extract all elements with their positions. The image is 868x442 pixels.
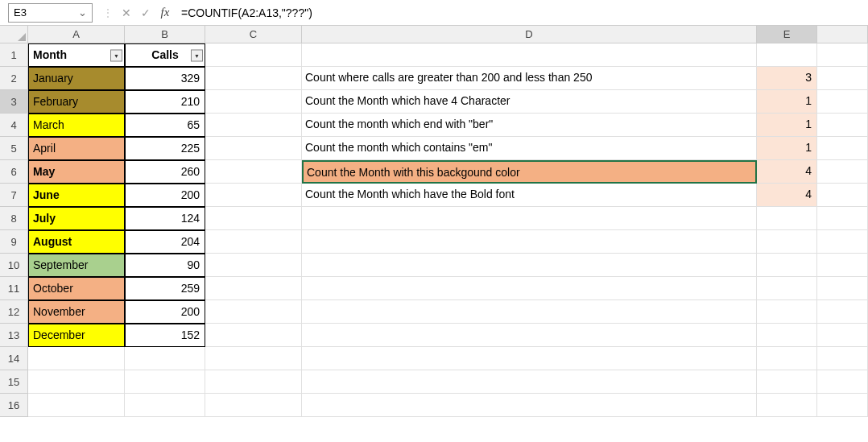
empty-cell[interactable] [817,370,868,394]
empty-cell[interactable] [817,347,868,370]
cancel-formula-button[interactable]: ✕ [117,3,136,23]
empty-cell[interactable] [817,254,868,277]
row-header-5[interactable]: 5 [0,137,28,160]
row-header-11[interactable]: 11 [0,277,28,300]
col-header-A[interactable]: A [28,26,125,43]
empty-cell[interactable] [817,277,868,300]
empty-cell[interactable] [817,300,868,324]
empty-cell[interactable] [302,370,757,394]
empty-cell[interactable] [757,347,817,370]
row-header-15[interactable]: 15 [0,370,28,394]
empty-cell[interactable] [205,347,302,370]
col-header-D[interactable]: D [302,26,757,43]
empty-cell[interactable] [757,300,817,324]
row-header-4[interactable]: 4 [0,114,28,137]
empty-cell[interactable] [817,43,868,67]
empty-cell[interactable] [205,207,302,230]
empty-cell[interactable] [757,207,817,230]
month-cell[interactable]: September [28,254,125,277]
empty-cell[interactable] [205,254,302,277]
empty-cell[interactable] [302,347,757,370]
result-cell[interactable]: 4 [757,160,817,184]
empty-cell[interactable] [757,324,817,347]
calls-cell[interactable]: 260 [125,160,205,184]
empty-cell[interactable] [757,370,817,394]
empty-cell[interactable] [205,114,302,137]
insert-function-button[interactable]: fx [155,3,175,23]
empty-cell[interactable] [817,324,868,347]
calls-cell[interactable]: 200 [125,300,205,324]
chevron-down-icon[interactable]: ⌄ [78,6,87,19]
empty-cell[interactable] [205,370,302,394]
empty-cell[interactable] [757,254,817,277]
result-cell[interactable]: 1 [757,114,817,137]
month-cell[interactable]: October [28,277,125,300]
empty-cell[interactable] [205,324,302,347]
col-header-C[interactable]: C [205,26,302,43]
row-header-13[interactable]: 13 [0,324,28,347]
empty-cell[interactable] [817,114,868,137]
description-cell[interactable]: Count the Month which have 4 Character [302,90,757,114]
row-header-1[interactable]: 1 [0,43,28,67]
month-cell[interactable]: August [28,230,125,254]
row-header-2[interactable]: 2 [0,67,28,90]
empty-cell[interactable] [302,277,757,300]
empty-cell[interactable] [757,277,817,300]
empty-cell[interactable] [205,160,302,184]
filter-button-month[interactable]: ▼ [110,49,122,61]
header-month[interactable]: Month▼ [28,43,125,67]
row-header-16[interactable]: 16 [0,394,28,417]
empty-cell[interactable] [302,207,757,230]
col-header-E[interactable]: E [757,26,817,43]
row-header-7[interactable]: 7 [0,184,28,207]
row-header-6[interactable]: 6 [0,160,28,184]
empty-cell[interactable] [28,394,125,417]
result-cell[interactable]: 4 [757,184,817,207]
month-cell[interactable]: March [28,114,125,137]
month-cell[interactable]: April [28,137,125,160]
row-header-9[interactable]: 9 [0,230,28,254]
empty-cell[interactable] [205,300,302,324]
description-cell[interactable]: Count where calls are greater than 200 a… [302,67,757,90]
month-cell[interactable]: May [28,160,125,184]
empty-cell[interactable] [205,137,302,160]
row-header-8[interactable]: 8 [0,207,28,230]
filter-button-calls[interactable]: ▼ [191,49,203,61]
confirm-formula-button[interactable]: ✓ [136,3,155,23]
empty-cell[interactable] [302,254,757,277]
empty-cell[interactable] [125,394,205,417]
result-cell[interactable]: 3 [757,67,817,90]
row-header-10[interactable]: 10 [0,254,28,277]
description-cell[interactable]: Count the Month which have the Bold font [302,184,757,207]
empty-cell[interactable] [302,300,757,324]
result-cell[interactable]: 1 [757,137,817,160]
empty-cell[interactable] [28,370,125,394]
empty-cell[interactable] [817,394,868,417]
empty-cell[interactable] [28,347,125,370]
description-cell[interactable]: Count the month which end with "ber" [302,114,757,137]
empty-cell[interactable] [205,90,302,114]
col-header-B[interactable]: B [125,26,205,43]
empty-cell[interactable] [817,67,868,90]
empty-cell[interactable] [817,230,868,254]
calls-cell[interactable]: 210 [125,90,205,114]
empty-cell[interactable] [757,43,817,67]
month-cell[interactable]: July [28,207,125,230]
spreadsheet-grid[interactable]: ABCDE1Month▼Calls▼2January329Count where… [0,26,868,417]
calls-cell[interactable]: 152 [125,324,205,347]
month-cell[interactable]: December [28,324,125,347]
name-box[interactable]: E3 ⌄ [8,3,93,23]
empty-cell[interactable] [817,207,868,230]
empty-cell[interactable] [817,137,868,160]
empty-cell[interactable] [817,184,868,207]
month-cell[interactable]: November [28,300,125,324]
col-header-blank[interactable] [817,26,868,43]
calls-cell[interactable]: 65 [125,114,205,137]
empty-cell[interactable] [302,43,757,67]
empty-cell[interactable] [817,160,868,184]
empty-cell[interactable] [205,43,302,67]
empty-cell[interactable] [205,184,302,207]
month-cell[interactable]: February [28,90,125,114]
empty-cell[interactable] [205,67,302,90]
month-cell[interactable]: June [28,184,125,207]
